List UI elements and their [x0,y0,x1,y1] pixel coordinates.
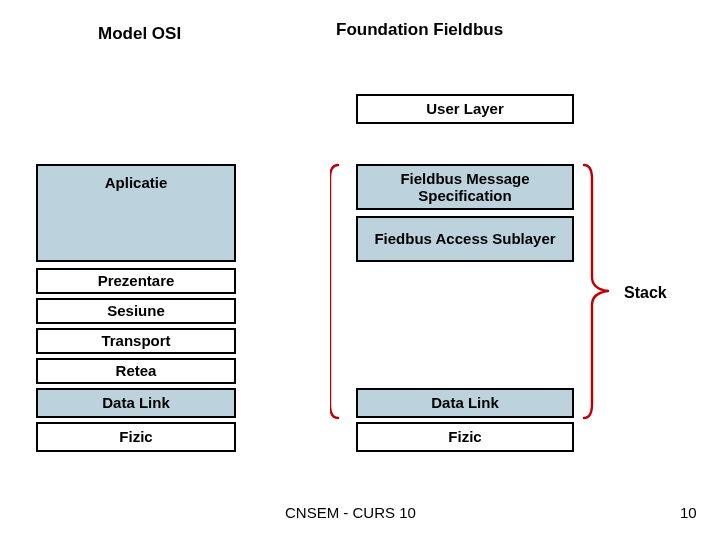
stack-label: Stack [624,284,667,302]
page-number: 10 [680,504,697,521]
footer-text: CNSEM - CURS 10 [285,504,416,521]
osi-presentation: Prezentare [36,268,236,294]
ff-user-layer: User Layer [356,94,574,124]
osi-session: Sesiune [36,298,236,324]
osi-network: Retea [36,358,236,384]
osi-application: Aplicatie [36,164,236,262]
osi-datalink: Data Link [36,388,236,418]
ff-physical: Fizic [356,422,574,452]
title-osi: Model OSI [98,24,181,44]
osi-transport: Transport [36,328,236,354]
osi-physical: Fizic [36,422,236,452]
ff-fms: Fieldbus Message Specification [356,164,574,210]
title-ff: Foundation Fieldbus [336,20,503,40]
ff-datalink: Data Link [356,388,574,418]
ff-fas: Fiedbus Access Sublayer [356,216,574,262]
